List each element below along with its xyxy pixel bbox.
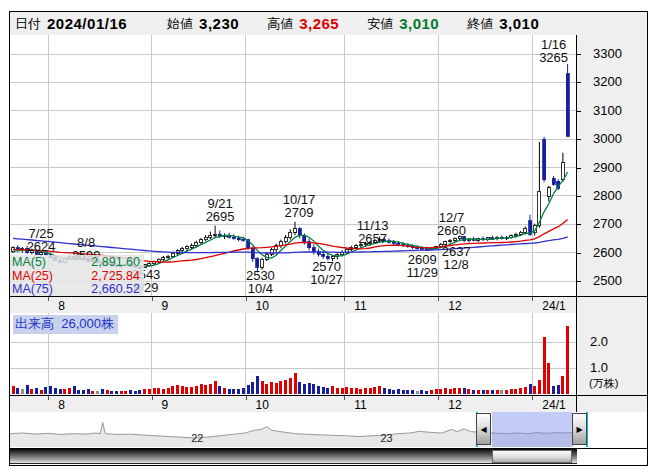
volume-bar	[82, 390, 85, 394]
volume-axis: (万株) 2.01.0	[577, 313, 647, 395]
axis-tick	[438, 396, 439, 400]
volume-bar	[496, 390, 499, 394]
volume-bar	[204, 385, 207, 394]
volume-bar	[317, 386, 320, 394]
ma5-label: MA(5)	[12, 256, 46, 270]
scroll-right-button[interactable]: ▶	[572, 413, 587, 445]
high-label: 高値	[267, 15, 293, 33]
volume-bar	[214, 381, 217, 394]
volume-bar	[472, 390, 475, 394]
volume-bar	[190, 387, 193, 394]
low-value: 3,010	[399, 15, 439, 32]
volume-unit-label: (万株)	[589, 376, 618, 391]
volume-bar	[453, 388, 456, 394]
x-axis-label: 10	[256, 299, 269, 313]
volume-bar	[477, 390, 480, 394]
x-axis-label: 10	[256, 398, 269, 412]
volume-bar	[378, 386, 381, 394]
volume-bar	[115, 391, 118, 394]
volume-bar	[449, 389, 452, 394]
volume-bar	[59, 389, 62, 394]
volume-bar	[482, 390, 485, 394]
volume-bar	[420, 390, 423, 394]
main-chart-row: 7/2526248/8259925438/299/212695253010/41…	[10, 35, 647, 296]
volume-bar	[373, 387, 376, 394]
volume-bar	[533, 386, 536, 394]
volume-bar	[430, 390, 433, 394]
volume-bar	[289, 378, 292, 394]
volume-bar	[54, 388, 57, 394]
volume-bar	[44, 387, 47, 394]
axis-tick	[577, 253, 581, 254]
price-tick-label: 2700	[593, 216, 622, 231]
volume-bar	[364, 388, 367, 394]
volume-bar	[185, 387, 188, 394]
chart-annotation: 10/172709	[283, 193, 316, 219]
ma-legend: MA(5) 2,891.60 MA(25) 2,725.84 MA(75) 2,…	[10, 255, 144, 299]
volume-bar	[467, 389, 470, 394]
price-tick-label: 2500	[593, 273, 622, 288]
open-value: 3,230	[199, 15, 239, 32]
volume-bar	[218, 386, 221, 394]
volume-bar	[106, 390, 109, 394]
volume-bar	[49, 386, 52, 394]
volume-bar	[524, 387, 527, 394]
volume-bar	[167, 388, 170, 394]
price-axis: 330032003100300029002800270026002500	[577, 35, 647, 296]
axis-tick	[246, 297, 247, 301]
volume-bar	[543, 337, 546, 394]
volume-bar	[265, 384, 268, 394]
axis-tick	[48, 297, 49, 301]
volume-bar	[101, 389, 104, 394]
close-value: 3,010	[499, 15, 539, 32]
volume-bar	[228, 389, 231, 394]
volume-bar	[68, 388, 71, 394]
navigator-selection[interactable]	[492, 412, 572, 447]
volume-tick-label: 1.0	[590, 360, 608, 375]
volume-bar	[392, 390, 395, 394]
scrollbar-thumb[interactable]	[492, 450, 572, 463]
axis-tick	[532, 297, 533, 301]
volume-bar	[547, 363, 550, 394]
range-navigator[interactable]: 2223 ◀ ▶	[10, 412, 647, 449]
price-tick-label: 3000	[593, 131, 622, 146]
volume-bar	[369, 388, 372, 394]
volume-bar	[63, 389, 66, 394]
axis-divider	[576, 396, 577, 413]
volume-bar	[209, 384, 212, 394]
volume-bar	[538, 380, 541, 394]
volume-bar	[298, 382, 301, 394]
volume-bar	[416, 391, 419, 394]
volume-title: 出来高	[15, 316, 54, 331]
volume-bar	[124, 391, 127, 394]
axis-tick	[577, 139, 581, 140]
price-tick-label: 3200	[593, 74, 622, 89]
volume-bar	[505, 390, 508, 394]
ma25-value: 2,725.84	[91, 270, 140, 284]
volume-bar	[402, 390, 405, 394]
volume-bar	[350, 388, 353, 395]
scrollbar-row	[10, 449, 647, 464]
chart-annotation: 1/163265	[539, 38, 568, 64]
axis-tick	[152, 396, 153, 400]
x-axis-label: 9	[162, 398, 169, 412]
year-label: 23	[380, 432, 392, 444]
axis-tick	[532, 396, 533, 400]
volume-bar	[284, 380, 287, 394]
volume-bar	[514, 389, 517, 394]
axis-tick	[577, 196, 581, 197]
scroll-left-button[interactable]: ◀	[476, 413, 491, 445]
volume-bar	[110, 391, 113, 394]
volume-bar	[355, 388, 358, 394]
ma5-value: 2,891.60	[91, 256, 140, 270]
volume-bar	[21, 389, 24, 394]
volume-bar	[388, 389, 391, 394]
volume-bar	[176, 385, 179, 394]
volume-bar	[77, 390, 80, 394]
volume-bar	[162, 389, 165, 394]
candlestick-plot: 7/2526248/8259925438/299/212695253010/41…	[10, 35, 577, 296]
volume-bar	[303, 384, 306, 394]
volume-bar	[195, 386, 198, 394]
volume-bar	[345, 387, 348, 394]
x-axis-label: 9	[162, 299, 169, 313]
